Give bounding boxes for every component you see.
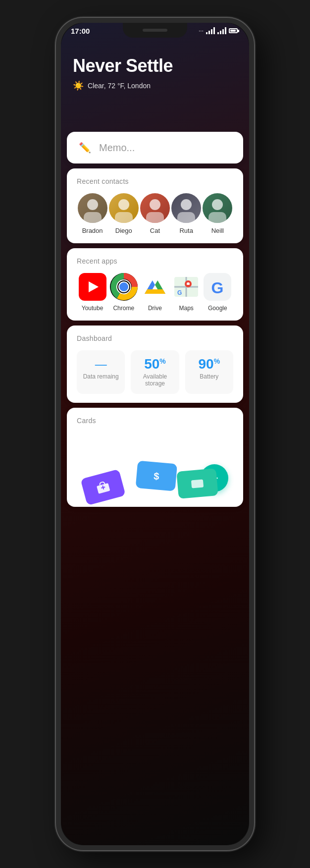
memo-placeholder[interactable]: Memo... [99,142,135,154]
battery-icon [229,28,239,33]
storage-label: Available storage [137,373,173,387]
speaker [143,29,167,32]
dashboard-storage: 50% Available storage [131,350,179,394]
recent-contacts-title: Recent contacts [77,177,233,185]
battery-value: 90% [199,357,220,371]
drive-icon [141,273,169,301]
card-chip-green[interactable] [176,468,218,499]
contact-name-bradon: Bradon [82,227,103,234]
memo-card[interactable]: ✏️ Memo... [67,132,243,163]
contact-name-diego: Diego [115,227,132,234]
app-drive[interactable]: Drive [141,273,169,312]
contact-ruta[interactable]: Ruta [171,193,201,234]
app-name-youtube: Youtube [82,305,103,312]
shopping-icon [95,479,111,495]
signal-icon [217,27,226,34]
dashboard-data: — Data remaing [77,350,125,394]
card-chip-purple[interactable] [80,469,126,506]
volume-up-button [56,132,57,166]
app-name-maps: Maps [179,305,193,312]
phone-screen: 17:00 ··· [61,23,249,845]
alert-slider [56,102,57,124]
recent-apps-card: Recent apps Youtube [67,248,243,321]
storage-value: 50% [144,357,166,371]
weather-text: Clear, 72 °F, London [88,82,151,90]
play-icon [89,281,99,292]
card-chip-blue[interactable]: $ [136,461,177,491]
pencil-icon: ✏️ [79,142,91,154]
app-youtube[interactable]: Youtube [79,273,106,312]
contact-diego[interactable]: Diego [109,193,139,234]
recent-contacts-card: Recent contacts Bradon [67,168,243,243]
contact-name-cat: Cat [150,227,160,234]
svg-point-2 [119,282,128,291]
contact-name-ruta: Ruta [179,227,193,234]
wifi-icon [206,27,215,34]
cards-title: Cards [77,417,233,425]
avatar-cat [140,193,170,223]
chrome-icon [110,273,138,301]
data-label: Data remaing [83,373,119,380]
page-title: Never Settle [73,55,237,76]
phone-frame: 17:00 ··· [56,18,254,850]
svg-rect-7 [141,273,169,301]
dashboard-card: Dashboard — Data remaing 50% Available s… [67,326,243,403]
app-name-chrome: Chrome [113,305,134,312]
weather-icon: ☀️ [73,80,84,91]
card-green-icon [190,476,205,491]
card-items-row: $ + [77,433,233,497]
app-name-drive: Drive [148,305,162,312]
svg-text:$: $ [153,470,159,482]
dots-icon: ··· [199,27,204,34]
apps-row: Youtube [77,273,233,312]
status-time: 17:00 [71,27,90,35]
svg-text:G: G [211,279,224,297]
recent-apps-title: Recent apps [77,257,233,265]
phone-outer: 17:00 ··· [0,0,310,868]
dollar-icon: $ [149,468,164,483]
dashboard-title: Dashboard [77,334,233,342]
app-chrome[interactable]: Chrome [110,273,138,312]
youtube-icon [79,273,106,301]
cards-section: Cards $ [67,408,243,507]
notch [123,23,187,38]
avatar-neill [203,193,232,223]
header-area: Never Settle ☀️ Clear, 72 °F, London [61,41,249,101]
contact-cat[interactable]: Cat [140,193,170,234]
weather-row: ☀️ Clear, 72 °F, London [73,80,237,91]
status-icons: ··· [199,27,239,34]
dashboard-row: — Data remaing 50% Available storage 90%… [77,350,233,394]
cards-container: ✏️ Memo... Recent contacts [61,132,249,845]
app-google[interactable]: G Google [204,273,231,312]
battery-label: Battery [200,373,218,380]
app-name-google: Google [208,305,227,312]
power-button [253,122,254,162]
google-icon: G [204,273,231,301]
avatar-bradon [78,193,107,223]
volume-down-button [56,174,57,209]
data-value: — [95,357,107,371]
dashboard-battery: 90% Battery [185,350,233,394]
avatar-diego [109,193,139,223]
app-maps[interactable]: G Maps [172,273,200,312]
avatar-ruta [171,193,201,223]
contact-neill[interactable]: Neill [203,193,232,234]
maps-icon: G [172,273,200,301]
contact-name-neill: Neill [211,227,224,234]
svg-rect-21 [191,479,204,488]
svg-text:G: G [177,289,182,296]
contacts-row: Bradon Diego [77,193,233,234]
contact-bradon[interactable]: Bradon [78,193,107,234]
